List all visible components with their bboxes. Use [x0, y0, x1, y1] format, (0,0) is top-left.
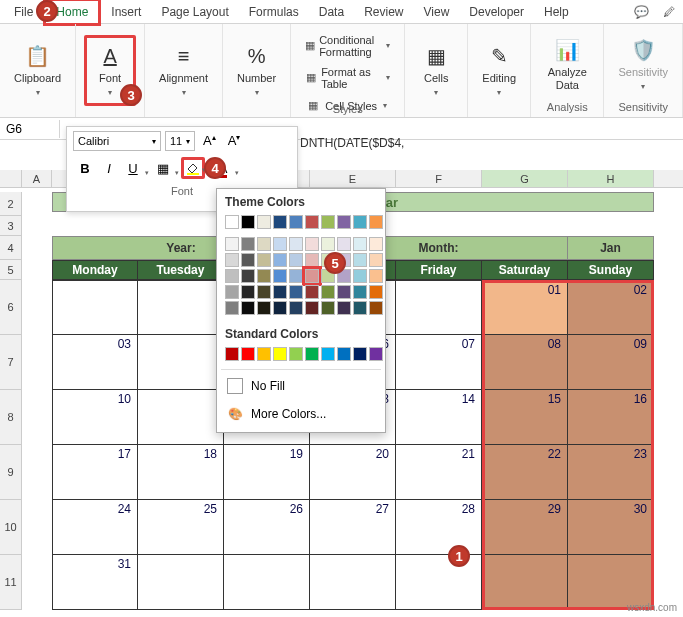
- color-swatch[interactable]: [321, 347, 335, 361]
- calendar-cell[interactable]: 16: [568, 390, 654, 445]
- calendar-cell[interactable]: 15: [482, 390, 568, 445]
- color-swatch[interactable]: [353, 285, 367, 299]
- color-swatch[interactable]: [241, 237, 255, 251]
- calendar-cell[interactable]: 02: [568, 280, 654, 335]
- color-swatch[interactable]: [305, 215, 319, 229]
- calendar-cell[interactable]: 31: [52, 555, 138, 610]
- color-swatch[interactable]: [257, 237, 271, 251]
- bold-button[interactable]: B: [73, 157, 97, 179]
- color-swatch[interactable]: [241, 301, 255, 315]
- color-swatch[interactable]: [257, 215, 271, 229]
- fill-color-button[interactable]: ▾: [181, 157, 205, 179]
- color-swatch[interactable]: [321, 215, 335, 229]
- calendar-cell[interactable]: [138, 280, 224, 335]
- calendar-cell[interactable]: 03: [52, 335, 138, 390]
- calendar-cell[interactable]: [396, 280, 482, 335]
- row-header-8[interactable]: 8: [0, 390, 22, 445]
- color-swatch[interactable]: [225, 301, 239, 315]
- color-swatch[interactable]: [241, 215, 255, 229]
- color-swatch[interactable]: [369, 215, 383, 229]
- color-swatch[interactable]: [321, 237, 335, 251]
- color-swatch[interactable]: [289, 301, 303, 315]
- calendar-cell[interactable]: 26: [224, 500, 310, 555]
- row-header-6[interactable]: 6: [0, 280, 22, 335]
- color-swatch[interactable]: [305, 347, 319, 361]
- color-swatch[interactable]: [225, 285, 239, 299]
- color-swatch[interactable]: [353, 237, 367, 251]
- color-swatch[interactable]: [257, 269, 271, 283]
- alignment-button[interactable]: ≡ Alignment ▾: [153, 40, 214, 101]
- color-swatch[interactable]: [273, 215, 287, 229]
- color-swatch[interactable]: [273, 347, 287, 361]
- calendar-cell[interactable]: 30: [568, 500, 654, 555]
- tab-developer[interactable]: Developer: [459, 1, 534, 23]
- cells-button[interactable]: ▦ Cells ▾: [413, 40, 459, 101]
- column-header-E[interactable]: E: [310, 170, 396, 187]
- calendar-cell[interactable]: 20: [310, 445, 396, 500]
- color-swatch[interactable]: [353, 301, 367, 315]
- color-swatch[interactable]: [321, 301, 335, 315]
- color-swatch[interactable]: [321, 285, 335, 299]
- color-swatch[interactable]: [369, 253, 383, 267]
- more-colors-item[interactable]: 🎨 More Colors...: [217, 400, 385, 428]
- column-header-F[interactable]: F: [396, 170, 482, 187]
- calendar-cell[interactable]: 19: [224, 445, 310, 500]
- color-swatch[interactable]: [337, 285, 351, 299]
- calendar-cell[interactable]: 17: [52, 445, 138, 500]
- calendar-cell[interactable]: 21: [396, 445, 482, 500]
- row-header-3[interactable]: 3: [0, 216, 22, 236]
- color-swatch[interactable]: [353, 215, 367, 229]
- clipboard-button[interactable]: 📋 Clipboard ▾: [8, 40, 67, 101]
- color-swatch[interactable]: [225, 347, 239, 361]
- color-swatch[interactable]: [289, 269, 303, 283]
- color-swatch[interactable]: [273, 237, 287, 251]
- color-swatch[interactable]: [369, 285, 383, 299]
- calendar-cell[interactable]: 14: [396, 390, 482, 445]
- row-header-5[interactable]: 5: [0, 260, 22, 280]
- color-swatch[interactable]: [337, 301, 351, 315]
- color-swatch[interactable]: [225, 215, 239, 229]
- color-swatch[interactable]: [289, 215, 303, 229]
- tab-view[interactable]: View: [414, 1, 460, 23]
- italic-button[interactable]: I: [97, 157, 121, 179]
- row-header-9[interactable]: 9: [0, 445, 22, 500]
- tab-review[interactable]: Review: [354, 1, 413, 23]
- color-swatch[interactable]: [225, 269, 239, 283]
- color-swatch[interactable]: [273, 269, 287, 283]
- color-swatch[interactable]: [305, 301, 319, 315]
- calendar-cell[interactable]: 18: [138, 445, 224, 500]
- column-header-H[interactable]: H: [568, 170, 654, 187]
- color-swatch[interactable]: [305, 269, 319, 283]
- calendar-cell[interactable]: 23: [568, 445, 654, 500]
- color-swatch[interactable]: [337, 347, 351, 361]
- calendar-cell[interactable]: [224, 555, 310, 610]
- increase-font-button[interactable]: A▴: [199, 131, 220, 150]
- calendar-cell[interactable]: [52, 280, 138, 335]
- color-swatch[interactable]: [289, 237, 303, 251]
- editing-button[interactable]: ✎ Editing ▾: [476, 40, 522, 101]
- color-swatch[interactable]: [257, 347, 271, 361]
- color-swatch[interactable]: [257, 285, 271, 299]
- tab-insert[interactable]: Insert: [101, 1, 151, 23]
- color-swatch[interactable]: [241, 253, 255, 267]
- color-swatch[interactable]: [305, 253, 319, 267]
- tab-formulas[interactable]: Formulas: [239, 1, 309, 23]
- calendar-cell[interactable]: [138, 335, 224, 390]
- share-icon[interactable]: 🖉: [659, 3, 679, 21]
- font-name-combo[interactable]: Calibri ▾: [73, 131, 161, 151]
- color-swatch[interactable]: [337, 237, 351, 251]
- calendar-cell[interactable]: [138, 390, 224, 445]
- tab-data[interactable]: Data: [309, 1, 354, 23]
- color-swatch[interactable]: [289, 285, 303, 299]
- calendar-cell[interactable]: 25: [138, 500, 224, 555]
- calendar-cell[interactable]: 27: [310, 500, 396, 555]
- calendar-cell[interactable]: [138, 555, 224, 610]
- color-swatch[interactable]: [353, 253, 367, 267]
- calendar-cell[interactable]: 28: [396, 500, 482, 555]
- sensitivity-button[interactable]: 🛡️ Sensitivity ▾: [612, 34, 674, 95]
- color-swatch[interactable]: [273, 285, 287, 299]
- color-swatch[interactable]: [289, 347, 303, 361]
- no-fill-item[interactable]: No Fill: [217, 372, 385, 400]
- conditional-formatting-button[interactable]: ▦ Conditional Formatting ▾: [301, 32, 394, 60]
- color-swatch[interactable]: [289, 253, 303, 267]
